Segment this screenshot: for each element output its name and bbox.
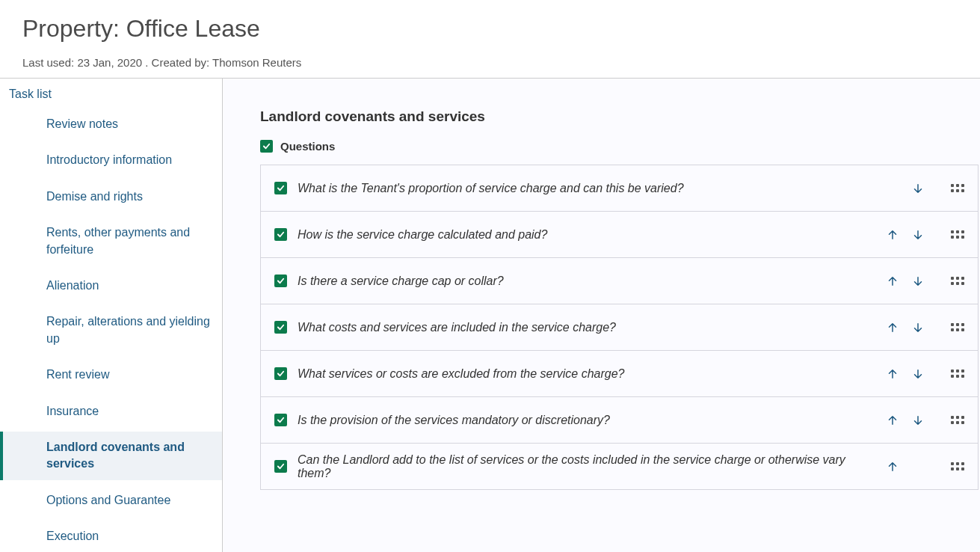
sidebar-item[interactable]: Demise and rights	[0, 181, 222, 212]
move-up-button[interactable]	[884, 365, 902, 383]
sidebar-item[interactable]: Rent review	[0, 359, 222, 390]
sidebar-item[interactable]: Options and Guarantee	[0, 485, 222, 516]
move-up-button[interactable]	[884, 272, 902, 290]
row-actions	[884, 319, 964, 337]
move-down-button[interactable]	[909, 226, 927, 244]
sidebar-item[interactable]: Repair, alterations and yielding up	[0, 306, 222, 355]
row-actions	[884, 458, 964, 476]
sidebar-item[interactable]: Introductory information	[0, 144, 222, 176]
question-text: Is the provision of the services mandato…	[298, 414, 873, 427]
page-header: Property: Office Lease Last used: 23 Jan…	[0, 0, 980, 79]
question-row: What services or costs are excluded from…	[261, 351, 978, 397]
move-down-button[interactable]	[909, 180, 927, 197]
question-text: Can the Landlord add to the list of serv…	[298, 453, 873, 480]
sidebar-title[interactable]: Task list	[0, 79, 222, 108]
drag-handle-icon[interactable]	[951, 369, 964, 378]
question-checkbox[interactable]	[274, 367, 287, 380]
questions-toggle-checkbox[interactable]	[260, 140, 273, 153]
drag-handle-icon[interactable]	[951, 416, 964, 424]
question-row: What costs and services are included in …	[261, 304, 978, 351]
question-checkbox[interactable]	[274, 182, 287, 194]
move-down-button[interactable]	[909, 272, 927, 290]
question-checkbox[interactable]	[274, 321, 287, 334]
sidebar-item[interactable]: Rents, other payments and forfeiture	[0, 217, 222, 266]
question-row: Can the Landlord add to the list of serv…	[261, 444, 978, 490]
question-checkbox[interactable]	[274, 460, 287, 473]
question-text: What costs and services are included in …	[298, 321, 873, 334]
row-actions	[884, 180, 964, 197]
row-actions	[884, 272, 964, 290]
question-row: How is the service charge calculated and…	[261, 212, 978, 258]
question-text: What services or costs are excluded from…	[298, 367, 873, 381]
row-actions	[884, 226, 964, 244]
move-up-button[interactable]	[884, 411, 902, 429]
drag-handle-icon[interactable]	[951, 184, 964, 192]
sidebar-item[interactable]: Insurance	[0, 396, 222, 427]
questions-table: What is the Tenant's proportion of servi…	[260, 165, 979, 490]
question-text: What is the Tenant's proportion of servi…	[298, 182, 873, 195]
question-row: What is the Tenant's proportion of servi…	[261, 165, 978, 212]
move-up-button[interactable]	[884, 319, 902, 337]
question-text: How is the service charge calculated and…	[298, 228, 873, 242]
drag-handle-icon[interactable]	[951, 230, 964, 239]
drag-handle-icon[interactable]	[951, 277, 964, 285]
move-down-button[interactable]	[909, 411, 927, 429]
question-text: Is there a service charge cap or collar?	[298, 275, 873, 288]
section-title: Landlord covenants and services	[260, 108, 980, 125]
sidebar[interactable]: Task list Review notesIntroductory infor…	[0, 79, 223, 552]
page-meta: Last used: 23 Jan, 2020 . Created by: Th…	[22, 56, 958, 69]
question-checkbox[interactable]	[274, 228, 287, 241]
sidebar-item[interactable]: Alienation	[0, 270, 222, 301]
row-actions	[884, 365, 964, 383]
question-row: Is there a service charge cap or collar?	[261, 258, 978, 304]
drag-handle-icon[interactable]	[951, 462, 964, 470]
question-checkbox[interactable]	[274, 275, 287, 287]
move-up-button[interactable]	[884, 458, 902, 476]
question-row: Is the provision of the services mandato…	[261, 397, 978, 444]
row-actions	[884, 411, 964, 429]
drag-handle-icon[interactable]	[951, 323, 964, 331]
move-down-button[interactable]	[909, 319, 927, 337]
main-panel: Landlord covenants and services Question…	[223, 79, 980, 552]
page-title: Property: Office Lease	[22, 15, 958, 43]
sidebar-item[interactable]: Execution	[0, 521, 222, 552]
sidebar-item[interactable]: Review notes	[0, 108, 222, 140]
move-up-button[interactable]	[884, 226, 902, 244]
questions-label: Questions	[280, 140, 335, 153]
question-checkbox[interactable]	[274, 414, 287, 426]
move-down-button[interactable]	[909, 365, 927, 383]
sidebar-item[interactable]: Landlord covenants and services	[0, 432, 222, 480]
